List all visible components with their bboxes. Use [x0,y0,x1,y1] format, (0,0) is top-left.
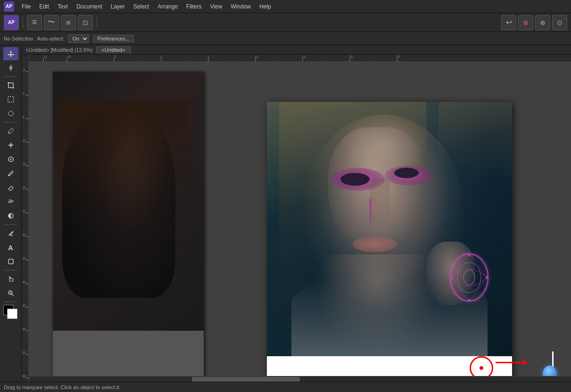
svg-point-6 [8,132,9,133]
menu-layer[interactable]: Layer [107,2,129,11]
tear-decoration [370,198,371,222]
tool-move[interactable] [3,47,18,60]
svg-text:15: 15 [22,163,26,166]
svg-text:50: 50 [22,327,26,331]
main-area: A <Untitled> [Modified] (12.6%) <Untitle… [0,45,571,382]
tool-lasso[interactable] [3,107,18,120]
horizontal-scrollbar[interactable] [29,376,571,382]
toolbar-redo[interactable]: ⊗ [518,15,533,30]
document-tab-bar: <Untitled> [Modified] (12.6%) <Untitled> [22,45,571,55]
tool-zoom[interactable] [3,286,18,300]
svg-text:40: 40 [22,280,26,284]
ruler-horizontal: -11 -10 -5 0 5 10 1 [29,55,571,62]
menu-window[interactable]: Window [227,2,255,11]
tool-sep-3 [4,224,17,225]
status-message: Drag to marquee select. Click an object … [4,384,121,390]
menu-arrange[interactable]: Arrange [154,2,182,11]
toolbar-snapping[interactable]: ≋ [61,15,76,30]
tool-sep-1 [4,76,17,77]
toolbar-more[interactable]: ⊙ [552,15,567,30]
tool-heal[interactable] [3,139,18,152]
menu-select[interactable]: Select [130,2,153,11]
no-selection-label: No Selection [4,36,33,41]
menu-help[interactable]: Help [256,2,275,11]
canvas-workspace[interactable]: -11 -10 -5 0 5 10 1 [22,55,571,382]
svg-marker-0 [8,50,14,57]
tool-eraser[interactable] [3,181,18,194]
svg-point-80 [450,276,453,278]
svg-point-5 [8,111,13,116]
toolbar-logo-btn[interactable]: AP [4,15,19,30]
svg-text:-5: -5 [22,68,25,72]
tool-pen[interactable] [3,227,18,240]
tool-select-rect[interactable] [3,93,18,106]
menu-edit[interactable]: Edit [35,2,53,11]
svg-text:-5: -5 [113,55,116,58]
svg-text:-10: -10 [66,55,71,58]
options-bar: No Selection Auto-select: On Off Prefere… [0,32,571,45]
menu-bar: AP File Edit Text Document Layer Select … [0,0,571,13]
tool-crop[interactable] [3,79,18,92]
tool-node[interactable] [3,61,18,74]
tool-sep-2 [4,122,17,122]
svg-line-14 [12,294,14,296]
toolbar-history[interactable]: 〜 [44,15,59,30]
svg-point-77 [468,253,471,256]
menu-view[interactable]: View [207,2,226,11]
tool-eyedrop[interactable] [3,124,18,138]
svg-text:25: 25 [396,55,400,58]
document-title: <Untitled> [Modified] (12.6%) [25,47,92,53]
tool-smudge[interactable] [3,195,18,208]
svg-text:25: 25 [22,210,26,213]
tool-dodge[interactable] [3,209,18,222]
svg-text:5: 5 [22,115,24,119]
toolbar-export[interactable]: ⊡ [78,15,93,30]
status-bar: Drag to marquee select. Click an object … [0,382,571,392]
toolbar-sep-2 [97,17,97,28]
svg-text:0: 0 [160,55,162,58]
tool-clone[interactable] [3,153,18,166]
menu-filters[interactable]: Filters [182,2,206,11]
toolbar: AP ≡ 〜 ≋ ⊡ ↩ ⊗ ⊕ ⊙ [0,13,571,32]
svg-point-9 [8,175,9,176]
ruler-vertical: -5 0 5 10 15 20 25 30 35 [22,62,29,382]
svg-point-11 [8,235,9,236]
document-canvas-left [53,72,204,382]
scrollbar-thumb[interactable] [192,377,300,382]
svg-rect-12 [8,259,13,264]
tool-hand[interactable] [3,272,18,286]
tool-text[interactable]: A [3,241,18,254]
svg-text:20: 20 [349,55,353,58]
color-swatch[interactable] [3,305,18,320]
photo-canvas [267,102,512,382]
svg-rect-1 [10,67,12,69]
svg-text:-11: -11 [42,55,47,58]
svg-text:45: 45 [22,304,26,307]
menu-document[interactable]: Document [73,2,106,11]
toolbox: A [0,45,22,382]
preferences-button[interactable]: Preferences... [93,35,133,42]
ruler-corner [22,55,29,62]
svg-point-76 [463,270,475,285]
annotation-arrow-right [496,362,524,363]
tool-sep-4 [4,270,17,270]
svg-point-8 [10,159,11,160]
toolbar-undo[interactable]: ↩ [501,15,516,30]
document-tab[interactable]: <Untitled> [96,46,130,53]
tool-shape[interactable] [3,255,18,268]
menu-text[interactable]: Text [54,2,72,11]
svg-point-78 [468,299,471,301]
menu-file[interactable]: File [18,2,34,11]
toolbar-view-quality[interactable]: ⊕ [535,15,550,30]
svg-text:55: 55 [22,351,26,354]
svg-text:60: 60 [22,375,26,378]
tool-brush[interactable] [3,167,18,180]
toolbar-studio-presets[interactable]: ≡ [27,15,42,30]
svg-text:20: 20 [22,186,26,189]
ruler-v-ticks: -5 0 5 10 15 20 25 30 35 [22,62,29,382]
svg-text:30: 30 [22,233,26,237]
tattoo-area [439,245,500,310]
auto-select-dropdown[interactable]: On Off [68,34,89,43]
svg-text:15: 15 [302,55,306,58]
svg-text:10: 10 [255,55,258,58]
